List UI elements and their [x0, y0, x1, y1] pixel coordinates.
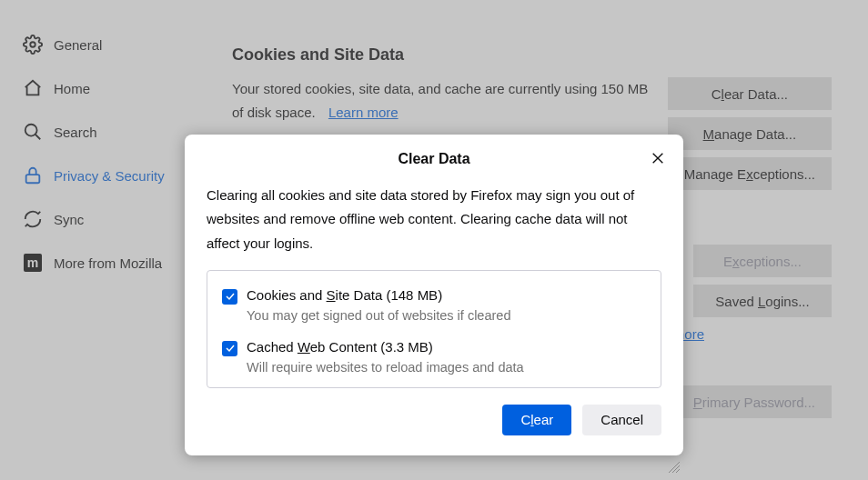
checkbox-cache[interactable] — [222, 341, 237, 356]
option-label: Cookies and Site Data (148 MB) — [247, 287, 510, 303]
dialog-title: Clear Data — [207, 151, 661, 167]
clear-data-dialog: Clear Data Clearing all cookies and site… — [185, 135, 683, 455]
options-group: Cookies and Site Data (148 MB) You may g… — [207, 270, 661, 388]
resize-handle-icon[interactable] — [668, 461, 681, 476]
option-cookies[interactable]: Cookies and Site Data (148 MB) You may g… — [222, 287, 646, 323]
option-label: Cached Web Content (3.3 MB) — [247, 339, 524, 355]
clear-button[interactable]: Clear — [502, 405, 571, 435]
option-sublabel: You may get signed out of websites if cl… — [247, 308, 510, 323]
checkbox-cookies[interactable] — [222, 289, 237, 305]
dialog-body: Clearing all cookies and site data store… — [207, 184, 661, 255]
close-button[interactable] — [647, 147, 669, 169]
option-cache[interactable]: Cached Web Content (3.3 MB) Will require… — [222, 339, 646, 375]
option-sublabel: Will require websites to reload images a… — [247, 360, 524, 375]
cancel-button[interactable]: Cancel — [582, 405, 661, 435]
